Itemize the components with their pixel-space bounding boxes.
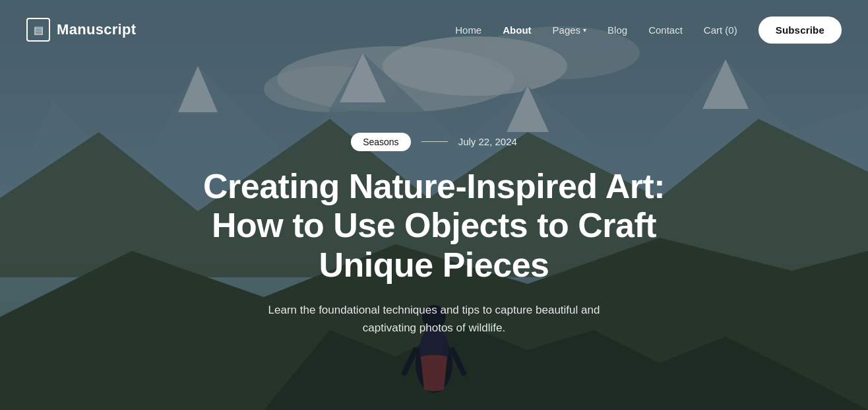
navbar: ▤ Manuscript Home About Pages ▾ Blog Con… (0, 0, 868, 59)
hero-section: ▤ Manuscript Home About Pages ▾ Blog Con… (0, 0, 868, 410)
nav-contact[interactable]: Contact (648, 24, 683, 36)
brand-name: Manuscript (57, 21, 136, 38)
nav-about[interactable]: About (503, 24, 531, 36)
hero-title: Creating Nature-Inspired Art: How to Use… (177, 167, 691, 285)
nav-links: Home About Pages ▾ Blog Contact Cart (0)… (455, 17, 842, 44)
nav-blog[interactable]: Blog (607, 24, 627, 36)
hero-content: Seasons July 22, 2024 Creating Nature-In… (0, 0, 868, 410)
subscribe-button[interactable]: Subscribe (759, 17, 842, 44)
nav-home[interactable]: Home (455, 24, 481, 36)
logo-icon: ▤ (26, 18, 50, 42)
nav-cart[interactable]: Cart (0) (704, 24, 737, 36)
hero-meta: Seasons July 22, 2024 (351, 133, 517, 151)
hero-subtitle: Learn the foundational techniques and ti… (249, 301, 619, 337)
hero-category-badge[interactable]: Seasons (351, 133, 410, 151)
hero-date: July 22, 2024 (458, 136, 517, 147)
nav-pages[interactable]: Pages ▾ (553, 24, 587, 36)
chevron-down-icon: ▾ (583, 26, 586, 34)
meta-divider (421, 141, 448, 142)
brand-logo[interactable]: ▤ Manuscript (26, 18, 136, 42)
